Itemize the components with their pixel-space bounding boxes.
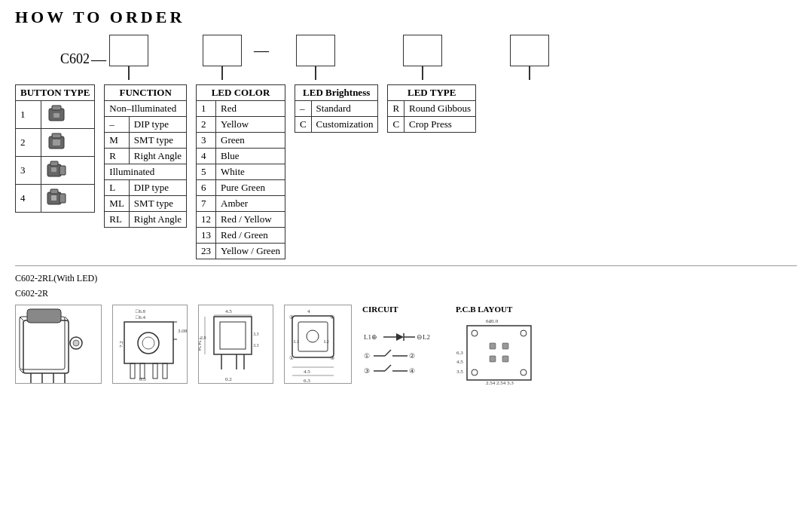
lb-code-std: –	[295, 101, 311, 117]
lb-label-custom: Customization	[311, 117, 378, 133]
svg-text:3.08: 3.08	[178, 328, 188, 334]
svg-point-88	[520, 369, 527, 375]
lc-white: White	[216, 164, 285, 180]
svg-rect-91	[490, 356, 496, 362]
fn-code-dip: –	[105, 117, 130, 133]
led-color-header: LED COLOR	[197, 85, 285, 101]
fn-code-ml: ML	[105, 196, 130, 212]
svg-text:①: ①	[364, 352, 370, 360]
lb-code-custom: C	[295, 117, 311, 133]
fn-label-l: DIP type	[129, 180, 186, 196]
lt-code-r: R	[388, 101, 404, 117]
svg-text:②: ②	[409, 352, 415, 360]
lc-num-23: 23	[197, 244, 216, 259]
svg-text:3.3: 3.3	[253, 343, 259, 348]
btn-num-1: 1	[16, 101, 41, 129]
pcb-title: P.C.B LAYOUT	[456, 305, 512, 314]
lc-blue: Blue	[216, 149, 285, 164]
svg-text:L2: L2	[324, 339, 329, 344]
lt-label-r: Round Gibbous	[404, 101, 476, 117]
svg-rect-34	[153, 363, 157, 378]
svg-text:4: 4	[307, 308, 310, 314]
svg-text:□6.8: □6.8	[136, 308, 145, 314]
svg-rect-5	[53, 139, 60, 146]
svg-text:2.54 2.54  3.3: 2.54 2.54 3.3	[486, 380, 514, 386]
button-type-header: BUTTON TYPE	[16, 85, 95, 101]
svg-point-56	[307, 330, 319, 342]
svg-rect-14	[23, 320, 69, 373]
svg-text:2.54 54: 2.54 54	[199, 337, 202, 351]
fn-code-l: L	[105, 180, 130, 196]
svg-point-30	[142, 337, 154, 349]
svg-text:⊖L2: ⊖L2	[417, 333, 430, 341]
svg-point-86	[520, 330, 527, 336]
lc-num-1: 1	[197, 101, 216, 117]
stem-4	[422, 66, 423, 80]
function-table: FUNCTION Non–Illuminated – DIP type M SM…	[104, 84, 187, 228]
button-type-table: BUTTON TYPE 1 2	[15, 84, 95, 213]
bottom-labels: C602-2RL(With LED) C602-2R	[15, 271, 797, 302]
circuit-section: CIRCUIT L1⊕ ⊖L2 ① ②	[362, 305, 445, 385]
svg-rect-55	[298, 322, 328, 351]
middle-dash: —	[254, 42, 269, 60]
fn-illuminated: Illuminated	[105, 164, 187, 180]
lc-num-7: 7	[197, 196, 216, 212]
svg-text:④: ④	[409, 367, 415, 375]
led-brightness-header: LED Brightness	[295, 85, 378, 101]
fn-code-right1: R	[105, 149, 130, 164]
btn-num-4: 4	[16, 185, 41, 213]
lt-code-c: C	[388, 117, 404, 133]
svg-point-85	[472, 330, 478, 336]
fn-code-smt: M	[105, 133, 130, 149]
svg-text:3.5: 3.5	[456, 369, 463, 375]
svg-rect-84	[467, 326, 531, 380]
stem-3	[315, 66, 316, 80]
lc-num-12: 12	[197, 212, 216, 228]
led-type-table: LED TYPE R Round Gibbous C Crop Press	[387, 84, 476, 133]
stem-2	[221, 66, 223, 80]
function-header: FUNCTION	[105, 85, 187, 101]
drawing-front: □6.8 □6.4 7.2 0.5	[112, 305, 188, 384]
diagram-box-5	[510, 35, 549, 66]
lc-red-yellow: Red / Yellow	[216, 212, 285, 228]
svg-text:3.3: 3.3	[253, 332, 259, 336]
lc-red-green: Red / Green	[216, 228, 285, 244]
bottom-label-1: C602-2RL(With LED)	[15, 271, 797, 286]
lc-red: Red	[216, 101, 285, 117]
svg-line-75	[385, 350, 391, 356]
diagram-box-2	[203, 35, 242, 66]
svg-rect-13	[51, 195, 56, 201]
drawing-top: 4 ② ④ ① ③ L1 L2 4.5	[284, 305, 352, 384]
svg-rect-35	[163, 363, 167, 378]
led-brightness-table: LED Brightness – Standard C Customizatio…	[295, 84, 379, 133]
lc-num-6: 6	[197, 180, 216, 196]
lc-num-2: 2	[197, 117, 216, 133]
pcb-diagram: 6⌀1.0 6.3 4.5 3.5	[456, 317, 554, 388]
svg-point-29	[138, 332, 159, 354]
svg-text:6.3: 6.3	[304, 378, 310, 384]
prefix-label: C602	[60, 51, 90, 67]
svg-point-87	[472, 369, 478, 375]
diagram-box-4	[403, 35, 442, 66]
lb-label-std: Standard	[311, 101, 378, 117]
svg-rect-15	[20, 317, 65, 369]
svg-marker-69	[396, 333, 404, 341]
diagram-box-3	[296, 35, 335, 66]
svg-rect-1	[52, 106, 61, 110]
svg-rect-23	[27, 309, 61, 323]
svg-rect-43	[220, 322, 246, 349]
svg-text:L1: L1	[294, 339, 299, 344]
stem-5	[529, 66, 530, 80]
fn-code-rl: RL	[105, 212, 130, 228]
lc-num-4: 4	[197, 149, 216, 164]
stem-1	[128, 66, 130, 80]
svg-text:④: ④	[330, 314, 334, 320]
lc-pure-green: Pure Green	[216, 180, 285, 196]
svg-text:③: ③	[330, 355, 334, 361]
svg-text:0.5: 0.5	[139, 376, 146, 382]
svg-rect-4	[52, 133, 61, 138]
svg-text:②: ②	[289, 314, 294, 320]
fn-label-smt: SMT type	[129, 133, 186, 149]
btn-icon-3	[41, 157, 94, 185]
svg-text:4.5: 4.5	[304, 369, 310, 375]
